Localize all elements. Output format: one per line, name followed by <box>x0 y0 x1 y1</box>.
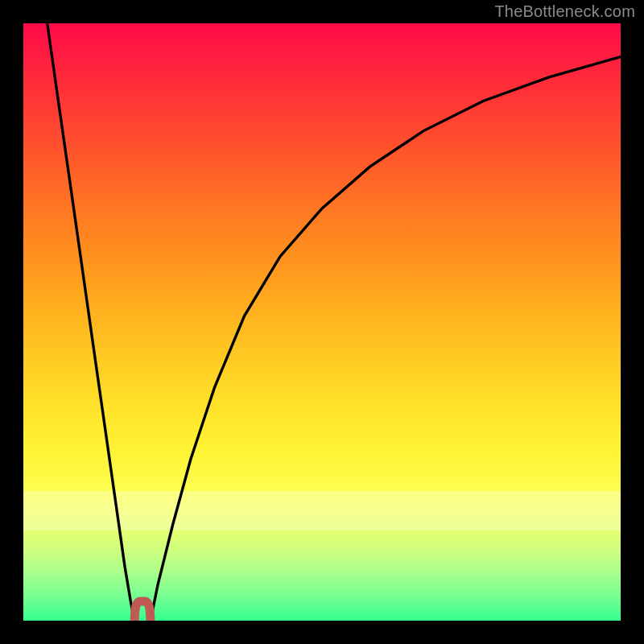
left-branch-curve <box>47 23 134 621</box>
watermark-text: TheBottleneck.com <box>494 2 635 21</box>
plot-area <box>23 23 621 621</box>
right-branch-curve <box>151 57 621 621</box>
chart-stage: TheBottleneck.com <box>0 0 644 644</box>
curve-layer <box>23 23 621 621</box>
trough-marker <box>134 601 151 621</box>
